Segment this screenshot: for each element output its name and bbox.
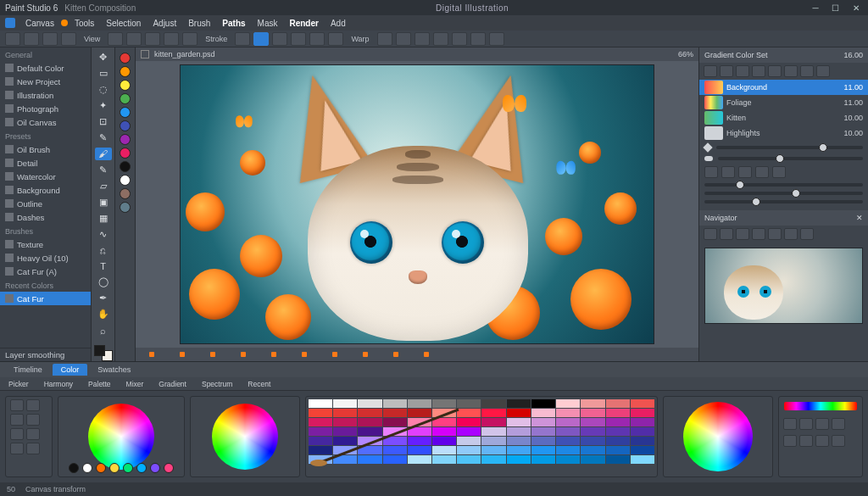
grid-swatch[interactable] — [556, 455, 580, 464]
nav-tool[interactable] — [736, 228, 749, 240]
grad-tool[interactable] — [784, 65, 798, 77]
hue-strip[interactable] — [784, 402, 857, 410]
bottom-sublabel[interactable]: Palette — [88, 380, 110, 388]
tool-hand[interactable]: ✋ — [95, 308, 112, 321]
grid-swatch[interactable] — [358, 446, 381, 454]
optbtn-warp[interactable] — [328, 32, 343, 46]
grid-swatch[interactable] — [556, 399, 580, 408]
optbtn-stroke[interactable] — [182, 32, 198, 46]
bottom-sublabel[interactable]: Mixer — [126, 380, 144, 388]
grid-swatch[interactable] — [531, 455, 555, 464]
grid-swatch[interactable] — [507, 409, 531, 417]
grid-swatch[interactable] — [606, 409, 630, 417]
tool-eraser[interactable]: ▱ — [95, 179, 112, 192]
lp-item[interactable]: Default Color — [0, 61, 91, 75]
small-swatch[interactable] — [123, 463, 133, 473]
grid-swatch[interactable] — [556, 409, 580, 417]
lp-item[interactable]: Oil Canvas — [0, 115, 91, 129]
grid-swatch[interactable] — [309, 427, 332, 436]
optbtn-blend[interactable] — [415, 32, 430, 46]
grid-swatch[interactable] — [333, 427, 357, 436]
grid-swatch[interactable] — [631, 409, 654, 417]
nav-tool[interactable] — [752, 228, 765, 240]
grid-swatch[interactable] — [531, 437, 555, 445]
grad-tool[interactable] — [736, 65, 749, 77]
grid-swatch[interactable] — [408, 399, 431, 408]
lp-item[interactable]: Outline — [0, 197, 91, 210]
grad-tool[interactable] — [752, 65, 765, 77]
grid-swatch[interactable] — [383, 418, 407, 426]
mini-swatch[interactable] — [120, 53, 131, 64]
b-tool[interactable] — [26, 428, 40, 440]
br-tool[interactable] — [832, 418, 845, 430]
grid-swatch[interactable] — [556, 418, 580, 426]
opacity-slider[interactable] — [716, 146, 863, 149]
grid-swatch[interactable] — [531, 427, 555, 436]
lp-item[interactable]: Cat Fur (A) — [0, 265, 91, 278]
grid-swatch[interactable] — [383, 409, 407, 417]
br-tool[interactable] — [783, 435, 797, 447]
grid-swatch[interactable] — [556, 427, 580, 436]
bottom-tab-timeline[interactable]: Timeline — [5, 364, 51, 376]
grid-swatch[interactable] — [606, 437, 630, 445]
optbtn-mask[interactable] — [396, 32, 411, 46]
grid-swatch[interactable] — [631, 399, 654, 408]
optbtn-grid[interactable] — [452, 32, 467, 46]
menu-tools[interactable]: Tools — [70, 17, 99, 30]
mini-swatch[interactable] — [120, 120, 131, 131]
tool-wand[interactable]: ✦ — [95, 99, 112, 113]
br-tool[interactable] — [783, 418, 797, 430]
small-swatch[interactable] — [69, 463, 79, 473]
bottom-tab-swatches[interactable]: Swatches — [89, 364, 139, 376]
grid-swatch[interactable] — [432, 409, 456, 417]
grid-swatch[interactable] — [408, 409, 431, 417]
grid-swatch[interactable] — [606, 418, 630, 426]
grid-swatch[interactable] — [432, 446, 456, 454]
small-swatch[interactable] — [82, 463, 92, 473]
extra-slider-1[interactable] — [704, 192, 863, 195]
optbtn-path[interactable] — [291, 32, 306, 46]
menu-canvas[interactable]: Canvas — [20, 17, 59, 30]
grad-tool[interactable] — [768, 65, 782, 77]
grid-swatch[interactable] — [383, 427, 407, 436]
optbtn-view[interactable] — [61, 32, 76, 46]
mini-swatch[interactable] — [120, 93, 131, 104]
grid-swatch[interactable] — [531, 418, 555, 426]
br-tool[interactable] — [799, 418, 813, 430]
br-tool[interactable] — [832, 435, 845, 447]
fg-bg-swatch[interactable] — [94, 345, 113, 361]
tool-text[interactable]: T — [95, 259, 112, 273]
optbtn-file[interactable] — [5, 32, 20, 46]
b-tool[interactable] — [10, 428, 24, 440]
grid-swatch[interactable] — [358, 437, 381, 445]
grid-swatch[interactable] — [631, 437, 654, 445]
optbtn-edit[interactable] — [24, 32, 39, 46]
nav-tool[interactable] — [720, 228, 733, 240]
grid-swatch[interactable] — [481, 446, 505, 454]
small-swatch[interactable] — [150, 463, 160, 473]
menu-brush[interactable]: Brush — [183, 17, 215, 30]
optbtn-fill[interactable] — [235, 32, 250, 46]
lp-item[interactable]: Heavy Oil (10) — [0, 251, 91, 265]
small-swatch[interactable] — [96, 463, 106, 473]
grid-swatch[interactable] — [383, 399, 407, 408]
grid-swatch[interactable] — [556, 446, 580, 454]
tool-smudge[interactable]: ∿ — [95, 227, 112, 241]
grid-swatch[interactable] — [358, 427, 381, 436]
grid-swatch[interactable] — [481, 399, 505, 408]
grid-swatch[interactable] — [606, 399, 630, 408]
grid-swatch[interactable] — [408, 427, 431, 436]
nav-tool[interactable] — [784, 228, 798, 240]
b-tool[interactable] — [26, 414, 40, 426]
b-tool[interactable] — [10, 399, 24, 411]
bottom-sublabel[interactable]: Spectrum — [202, 380, 232, 388]
layer-row[interactable]: Kitten10.00 — [699, 110, 868, 125]
grid-swatch[interactable] — [581, 437, 604, 445]
b-tool[interactable] — [26, 399, 40, 411]
grad-tool[interactable] — [800, 65, 814, 77]
lp-item[interactable]: Photograph — [0, 102, 91, 115]
menu-mask[interactable]: Mask — [253, 17, 283, 30]
slider-tool[interactable] — [721, 166, 735, 178]
canvas-viewport[interactable] — [136, 61, 698, 348]
lp-item[interactable]: Background — [0, 183, 91, 197]
